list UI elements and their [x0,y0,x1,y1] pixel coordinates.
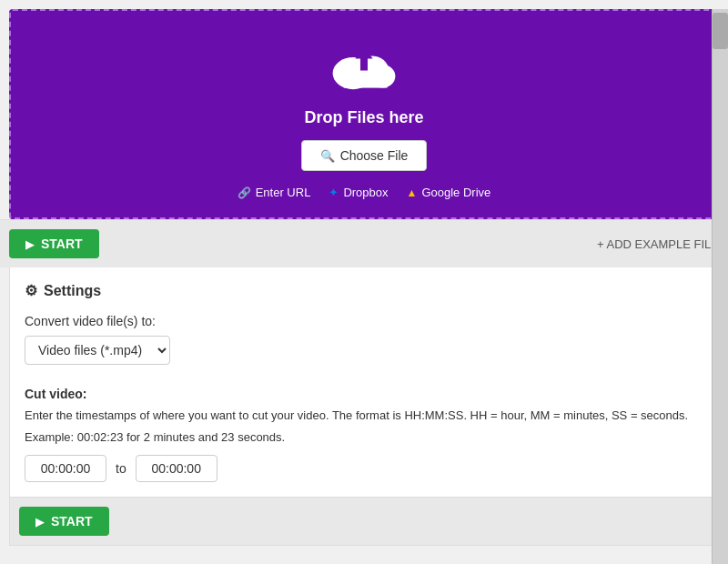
cut-video-description: Enter the timestamps of where you want t… [25,407,703,425]
settings-title: ⚙ Settings [25,282,703,299]
settings-section: ⚙ Settings Convert video file(s) to: Vid… [9,267,719,498]
cut-video-section: Cut video: Enter the timestamps of where… [25,387,703,482]
cut-video-example: Example: 00:02:23 for 2 minutes and 23 s… [25,430,703,444]
scrollbar[interactable] [712,9,728,564]
page-wrapper: Drop Files here Choose File Enter URL Dr… [0,9,728,564]
cut-video-title: Cut video: [25,387,703,401]
end-time-input[interactable] [136,455,217,482]
google-drive-icon [407,186,418,199]
enter-url-link[interactable]: Enter URL [238,186,311,199]
upload-cloud-icon [328,33,400,99]
play-icon-bottom [35,514,46,529]
convert-label: Convert video file(s) to: [25,314,703,328]
format-select[interactable]: Video files (*.mp4) Video files (*.avi) … [25,336,170,365]
time-range: to [25,455,703,482]
scrollbar-thumb[interactable] [713,13,728,49]
source-links: Enter URL Dropbox Google Drive [238,186,491,199]
google-drive-link[interactable]: Google Drive [407,186,491,199]
start-button-bottom[interactable]: START [19,507,109,536]
add-example-file-link[interactable]: + ADD EXAMPLE FILE [597,237,719,251]
top-toolbar: START + ADD EXAMPLE FILE [0,219,728,267]
link-icon [238,186,251,199]
dropbox-link[interactable]: Dropbox [329,186,388,199]
start-button-top[interactable]: START [9,229,99,258]
search-icon [320,148,335,163]
dropbox-icon [329,186,339,199]
bottom-toolbar: START [9,498,719,546]
svg-rect-3 [344,72,388,88]
drop-zone[interactable]: Drop Files here Choose File Enter URL Dr… [9,9,719,219]
choose-file-button[interactable]: Choose File [301,140,428,171]
gear-icon: ⚙ [25,282,37,299]
start-time-input[interactable] [25,455,106,482]
to-label: to [116,461,126,476]
play-icon-top [25,237,35,251]
drop-files-text: Drop Files here [304,108,423,127]
